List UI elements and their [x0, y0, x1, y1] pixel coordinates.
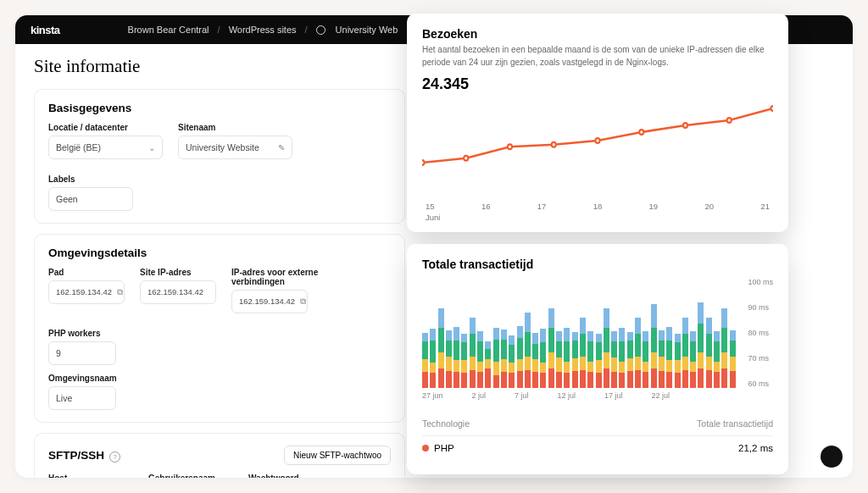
edit-icon: ✎ [278, 143, 285, 152]
visits-title: Bezoeken [422, 27, 773, 41]
card-basics-title: Basisgegevens [48, 102, 391, 114]
sitename-label: Sitenaam [178, 123, 292, 132]
location-value: België (BE) [56, 142, 101, 152]
php-workers-box: 9 [48, 341, 116, 365]
svg-point-1 [464, 156, 468, 161]
envname-box[interactable]: Live [48, 386, 116, 410]
card-visits: Bezoeken Het aantal bezoeken in een bepa… [407, 14, 788, 232]
chevron-down-icon: ⌄ [148, 143, 155, 152]
visits-total: 24.345 [422, 75, 773, 93]
card-basics: Basisgegevens Locatie / datacenter Belgi… [34, 89, 405, 224]
svg-point-5 [639, 130, 643, 135]
trans-time: 21,2 ms [738, 443, 773, 453]
sitename-value: University Website [186, 142, 259, 152]
path-value: 162.159.134.42 [56, 288, 112, 296]
svg-point-4 [595, 138, 599, 143]
trans-tech: PHP [434, 443, 454, 453]
new-sftp-password-button[interactable]: Nieuw SFTP-wachtwoo [284, 446, 391, 465]
site-ip-box[interactable]: 162.159.134.42 [140, 280, 216, 304]
trans-row-php[interactable]: PHP 21,2 ms [422, 435, 773, 453]
copy-icon[interactable]: ⧉ [300, 296, 306, 307]
php-dot-icon [422, 445, 429, 451]
svg-point-6 [683, 123, 687, 128]
sitename-input[interactable]: University Website ✎ [178, 136, 292, 159]
ext-ip-value: 162.159.134.42 [239, 297, 295, 306]
labels-select[interactable]: Geen [48, 187, 133, 211]
wordpress-icon [316, 25, 326, 35]
card-sftp-title: SFTP/SSH [48, 449, 120, 463]
trans-foot-time: Totale transactietijd [697, 418, 773, 429]
svg-point-3 [552, 142, 556, 147]
site-ip-label: Site IP-adres [140, 268, 216, 277]
help-fab[interactable] [821, 446, 843, 468]
brand-logo[interactable]: kinsta [31, 24, 60, 36]
path-label: Pad [48, 268, 125, 277]
card-transaction: Totale transactietijd 100 ms90 ms80 ms70… [407, 244, 788, 474]
svg-point-0 [422, 160, 425, 165]
envname-label: Omgevingsnaam [48, 374, 117, 383]
user-label: Gebruikersnaam [148, 474, 233, 478]
svg-point-7 [727, 118, 732, 123]
site-ip-value: 162.159.134.42 [147, 288, 203, 296]
crumb-sep: / [305, 25, 308, 35]
php-workers-label: PHP workers [48, 329, 116, 338]
card-env: Omgevingsdetails Pad 162.159.134.42 ⧉ Si… [34, 234, 405, 423]
host-label: Host [48, 474, 133, 478]
ext-ip-box[interactable]: 162.159.134.42 ⧉ [231, 290, 308, 313]
php-workers-value: 9 [56, 348, 61, 358]
trans-foot-technology: Technologie [422, 418, 470, 429]
trans-chart: 100 ms90 ms80 ms70 ms60 ms [422, 278, 773, 388]
crumb-sep: / [218, 25, 220, 35]
labels-label: Labels [48, 174, 133, 184]
location-label: Locatie / datacenter [48, 123, 163, 132]
labels-value: Geen [56, 194, 78, 204]
card-env-title: Omgevingsdetails [48, 246, 391, 259]
visits-month: Juni [422, 213, 773, 222]
path-value-box[interactable]: 162.159.134.42 ⧉ [48, 280, 125, 304]
pwd-label: Wachtwoord [248, 474, 325, 478]
envname-value: Live [56, 393, 72, 403]
breadcrumb-sites[interactable]: WordPress sites [229, 25, 297, 35]
breadcrumb-site[interactable]: University Web [336, 25, 398, 35]
card-sftp: SFTP/SSH Nieuw SFTP-wachtwoo Host 162.15… [34, 433, 405, 478]
visits-xaxis: 15161718192021 [422, 202, 773, 211]
svg-point-2 [508, 144, 512, 149]
visits-chart [422, 97, 773, 198]
ext-ip-label: IP-adres voor externe verbindingen [231, 268, 325, 286]
location-select[interactable]: België (BE) ⌄ [48, 136, 163, 159]
trans-title: Totale transactietijd [422, 258, 773, 271]
svg-point-8 [771, 106, 773, 111]
breadcrumb-org[interactable]: Brown Bear Central [128, 25, 209, 35]
visits-desc: Het aantal bezoeken in een bepaalde maan… [422, 44, 773, 69]
copy-icon[interactable]: ⧉ [117, 287, 123, 297]
trans-xaxis: 27 jun2 jul7 jul12 jul17 jul22 jul [422, 391, 773, 400]
